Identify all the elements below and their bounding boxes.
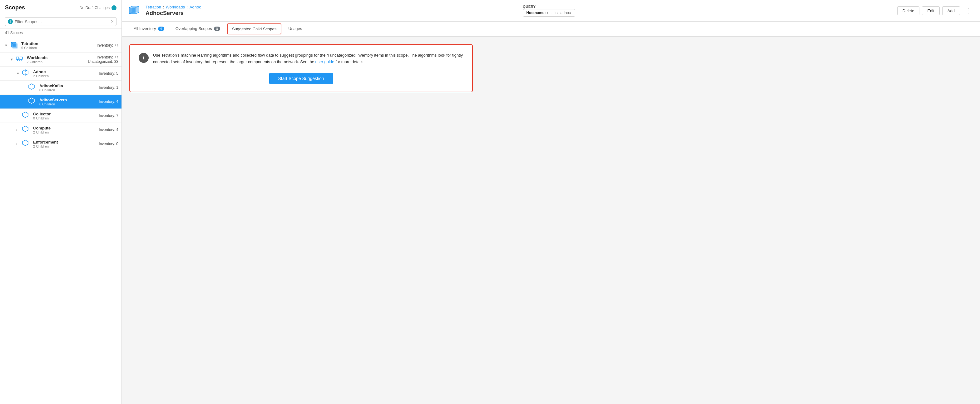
scope-info: Tetration 5 Children bbox=[21, 41, 94, 50]
chevron-right-icon[interactable]: › bbox=[16, 142, 22, 146]
suggestion-count: 4 bbox=[327, 53, 329, 57]
sidebar: Scopes No Draft Changes i i × 41 Scopes … bbox=[0, 0, 122, 404]
inventory-count: Inventory: 5 bbox=[99, 71, 118, 76]
scope-icon bbox=[22, 111, 30, 120]
draft-badge: No Draft Changes i bbox=[80, 5, 116, 10]
start-scope-suggestion-button[interactable]: Start Scope Suggestion bbox=[269, 73, 332, 84]
scope-info: AdhocServers 0 Children bbox=[39, 97, 96, 106]
tab-all-inventory-label: All Inventory bbox=[134, 26, 156, 31]
content-area: i Use Tetration's machine learning algor… bbox=[122, 37, 980, 404]
tab-overlapping-scopes[interactable]: Overlapping Scopes 0 bbox=[170, 22, 226, 35]
breadcrumb-tetration[interactable]: Tetration bbox=[146, 5, 161, 10]
scope-name: Collector bbox=[33, 112, 96, 116]
scope-item-adhocservers[interactable]: AdhocServers 0 Children Inventory: 4 bbox=[0, 95, 121, 109]
inventory-count: Inventory: 1 bbox=[99, 85, 118, 90]
scope-icon bbox=[22, 139, 30, 148]
svg-marker-16 bbox=[22, 112, 28, 118]
scope-children: 2 Children bbox=[33, 130, 96, 134]
svg-line-3 bbox=[16, 42, 18, 44]
scope-name: Adhoc bbox=[33, 69, 96, 74]
tab-suggested-child-scopes-label: Suggested Child Scopes bbox=[232, 27, 277, 31]
filter-bar[interactable]: i × bbox=[5, 17, 116, 26]
scope-icon bbox=[28, 97, 37, 106]
add-button[interactable]: Add bbox=[942, 6, 960, 15]
svg-marker-15 bbox=[29, 98, 34, 104]
draft-info-icon: i bbox=[111, 5, 116, 10]
scope-item-workloads[interactable]: ▼ Workloads 7 Children Inventory: 77 Unc… bbox=[0, 53, 121, 67]
scope-item-tetration[interactable]: ▼ Tetration 5 Children Inventory: 77 bbox=[0, 38, 121, 53]
chevron-right-icon[interactable]: › bbox=[16, 128, 22, 132]
chevron-down-icon[interactable]: ▼ bbox=[4, 43, 10, 47]
tab-all-inventory[interactable]: All Inventory 4 bbox=[128, 22, 170, 35]
scope-info: Compute 2 Children bbox=[33, 126, 96, 134]
scope-item-compute[interactable]: › Compute 2 Children Inventory: 4 bbox=[0, 123, 121, 137]
filter-info-icon: i bbox=[8, 19, 13, 24]
scope-info: AdhocKafka 0 Children bbox=[39, 83, 96, 92]
tab-badge: 4 bbox=[158, 27, 164, 31]
svg-rect-5 bbox=[16, 57, 19, 59]
query-hostname: Hostname bbox=[526, 11, 544, 15]
tab-usages[interactable]: Usages bbox=[283, 22, 308, 35]
svg-marker-17 bbox=[22, 126, 28, 132]
scope-info: Collector 0 Children bbox=[33, 112, 96, 120]
sidebar-title: Scopes bbox=[5, 4, 25, 11]
filter-input[interactable] bbox=[15, 19, 111, 24]
inventory-count: Inventory: 0 bbox=[99, 142, 118, 146]
scope-icon bbox=[22, 125, 30, 134]
scope-info: Enforcement 2 Children bbox=[33, 140, 96, 148]
tab-overlapping-scopes-label: Overlapping Scopes bbox=[175, 26, 212, 31]
svg-marker-18 bbox=[22, 140, 28, 146]
filter-clear-button[interactable]: × bbox=[111, 19, 114, 24]
tab-suggested-child-scopes[interactable]: Suggested Child Scopes bbox=[227, 24, 282, 34]
scope-header-icon bbox=[128, 4, 142, 18]
scope-item-enforcement[interactable]: › Enforcement 2 Children Inventory: 0 bbox=[0, 137, 121, 151]
scope-icon bbox=[10, 41, 19, 50]
scope-name: Compute bbox=[33, 126, 96, 130]
start-btn-row: Start Scope Suggestion bbox=[138, 73, 463, 84]
scope-header-title: AdhocServers bbox=[146, 10, 201, 17]
breadcrumb-sep: : bbox=[163, 5, 165, 10]
scope-name: Workloads bbox=[27, 55, 86, 60]
query-section: Query Hostname contains adhoc- bbox=[523, 5, 575, 17]
uncategorized-count: Uncategorized: 33 bbox=[88, 59, 118, 64]
sidebar-header: Scopes No Draft Changes i i × bbox=[0, 0, 121, 29]
scope-children: 0 Children bbox=[39, 102, 96, 106]
delete-button[interactable]: Delete bbox=[897, 6, 920, 15]
query-operator: contains bbox=[546, 11, 560, 15]
user-guide-link[interactable]: user guide bbox=[315, 59, 334, 64]
scope-item-collector[interactable]: Collector 0 Children Inventory: 7 bbox=[0, 109, 121, 123]
scope-name: AdhocKafka bbox=[39, 83, 96, 88]
scope-children: 0 Children bbox=[33, 116, 96, 120]
chevron-down-icon[interactable]: ▼ bbox=[10, 57, 16, 61]
inventory-count: Inventory: 77 bbox=[97, 43, 118, 48]
scope-children: 2 Children bbox=[33, 74, 96, 78]
breadcrumb: Tetration : Workloads : Adhoc bbox=[146, 5, 201, 10]
main-header: Tetration : Workloads : Adhoc AdhocServe… bbox=[122, 0, 980, 22]
info-icon: i bbox=[138, 53, 149, 63]
svg-rect-6 bbox=[20, 57, 22, 59]
scope-item-adhoc[interactable]: ▼ Adhoc 2 Children Inventory: 5 bbox=[0, 67, 121, 81]
edit-button[interactable]: Edit bbox=[922, 6, 939, 15]
svg-rect-20 bbox=[132, 6, 138, 13]
breadcrumb-sep: : bbox=[187, 5, 189, 10]
header-actions: Delete Edit Add ⋮ bbox=[897, 6, 974, 16]
breadcrumb-adhoc[interactable]: Adhoc bbox=[189, 5, 201, 10]
chevron-down-icon[interactable]: ▼ bbox=[16, 72, 22, 75]
scope-info: Adhoc 2 Children bbox=[33, 69, 96, 78]
scope-icon bbox=[16, 55, 24, 64]
scope-item-adhockafka[interactable]: AdhocKafka 0 Children Inventory: 1 bbox=[0, 81, 121, 95]
query-label: Query bbox=[523, 5, 575, 8]
scope-children: 0 Children bbox=[39, 88, 96, 92]
scope-name: Tetration bbox=[21, 41, 94, 46]
tab-badge: 0 bbox=[214, 27, 220, 31]
breadcrumb-section: Tetration : Workloads : Adhoc AdhocServe… bbox=[128, 4, 201, 18]
suggestion-description: Use Tetration's machine learning algorit… bbox=[153, 52, 463, 65]
svg-marker-14 bbox=[29, 84, 34, 89]
inventory-count: Inventory: 4 bbox=[99, 99, 118, 104]
scope-list: ▼ Tetration 5 Children Inventory: 77 ▼ bbox=[0, 37, 121, 404]
more-options-button[interactable]: ⋮ bbox=[963, 6, 974, 16]
scope-children: 2 Children bbox=[33, 144, 96, 148]
tab-usages-label: Usages bbox=[288, 26, 302, 31]
breadcrumb-workloads[interactable]: Workloads bbox=[166, 5, 185, 10]
scope-icon bbox=[28, 83, 37, 92]
